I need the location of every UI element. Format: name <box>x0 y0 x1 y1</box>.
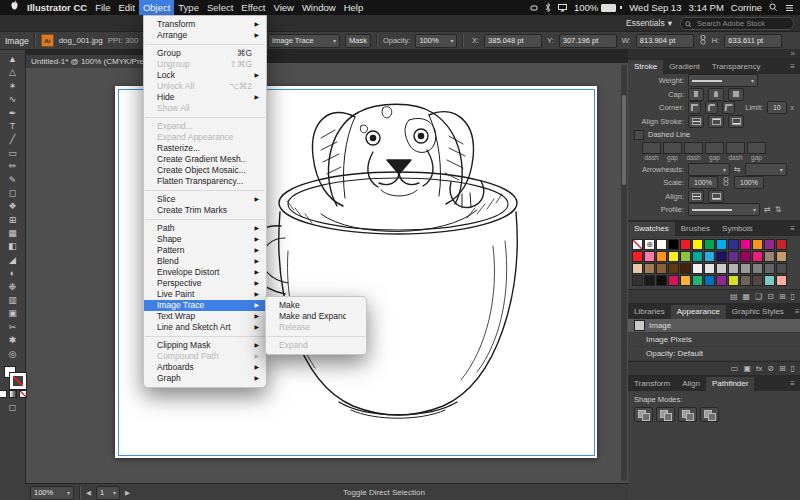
next-artboard-button[interactable]: ▶ <box>125 489 130 497</box>
object-menu-item[interactable]: Text Wrap ▶ <box>144 311 266 322</box>
color-mode-button[interactable] <box>0 390 7 398</box>
object-menu-item[interactable]: Image Trace ▶ <box>144 300 266 311</box>
object-menu-item[interactable]: Path ▶ <box>144 223 266 234</box>
align-arrowhead-end-button[interactable] <box>708 190 724 203</box>
object-menu-item[interactable]: Unlock All ⌥⌘2 ▶ <box>144 81 266 92</box>
minus-front-button[interactable] <box>656 407 675 422</box>
symbol-sprayer-tool[interactable]: ❉ <box>3 281 22 294</box>
swatch[interactable] <box>668 239 679 250</box>
object-menu-item[interactable]: Blend ▶ <box>144 256 266 267</box>
swatch[interactable] <box>740 263 751 274</box>
column-graph-tool[interactable]: ▥ <box>3 294 22 307</box>
swatch[interactable] <box>704 275 715 286</box>
swatch[interactable] <box>704 239 715 250</box>
panel-tab[interactable]: Transparency <box>706 60 767 74</box>
flip-along-icon[interactable]: ⇄ <box>764 205 771 214</box>
free-transform-tool[interactable]: ◻ <box>3 187 22 200</box>
align-stroke-center-button[interactable] <box>688 115 704 128</box>
object-menu-item[interactable]: Arrange ▶ <box>144 30 266 41</box>
paintbrush-tool[interactable]: ✏ <box>3 160 22 173</box>
menubar-item[interactable]: Window <box>298 0 340 15</box>
stroke-weight-dropdown[interactable]: ▾ <box>688 74 758 87</box>
object-menu-item[interactable]: Lock ▶ <box>144 70 266 81</box>
opacity-dropdown[interactable]: 100% ▾ <box>415 34 457 48</box>
swatch[interactable] <box>656 239 667 250</box>
swatch[interactable] <box>752 275 763 286</box>
swatch[interactable] <box>680 239 691 250</box>
menubar-item[interactable]: View <box>269 0 297 15</box>
arrowhead-start-dropdown[interactable]: ▾ <box>688 163 730 176</box>
duplicate-item-icon[interactable]: ⊞ <box>779 364 786 373</box>
object-menu-item[interactable]: Transform ▶ <box>144 19 266 30</box>
swatch[interactable] <box>728 239 739 250</box>
swatch[interactable] <box>680 263 691 274</box>
panel-tab[interactable]: Gradient <box>663 60 706 74</box>
unite-button[interactable] <box>634 407 653 422</box>
swatch[interactable] <box>752 251 763 262</box>
swatch[interactable] <box>644 251 655 262</box>
swatch[interactable] <box>776 239 787 250</box>
cap-butt-button[interactable] <box>688 88 704 101</box>
arrowhead-end-dropdown[interactable]: ▾ <box>745 163 787 176</box>
image-trace-dropdown[interactable]: Image Trace ▾ <box>268 34 340 48</box>
line-segment-tool[interactable]: ╱ <box>3 133 22 146</box>
swatch[interactable] <box>632 263 643 274</box>
object-menu-item[interactable]: ▶ <box>145 117 265 118</box>
object-menu-item[interactable]: Create Object Mosaic... ▶ <box>144 165 266 176</box>
object-menu-item[interactable]: Flatten Transparency... ▶ <box>144 176 266 187</box>
dash-field[interactable] <box>642 142 661 154</box>
gradient-tool[interactable]: ◧ <box>3 240 22 253</box>
object-menu-item[interactable]: Create Gradient Mesh... ▶ <box>144 154 266 165</box>
menubar-date[interactable]: Wed Sep 13 <box>629 2 681 13</box>
object-menu-item[interactable]: Clipping Mask ▶ <box>144 340 266 351</box>
menubar-item[interactable]: File <box>91 0 114 15</box>
object-menu-item[interactable]: Expand... ▶ <box>144 121 266 132</box>
swatch[interactable] <box>716 239 727 250</box>
swatch[interactable] <box>740 275 751 286</box>
x-field[interactable]: 385.048 pt <box>484 34 542 48</box>
panel-tab[interactable]: Swatches <box>628 222 675 236</box>
panel-menu-icon[interactable]: ≡ <box>785 377 800 391</box>
rectangle-tool[interactable]: ▭ <box>3 147 22 160</box>
miter-limit-field[interactable]: 10 <box>767 101 786 114</box>
eyedropper-tool[interactable]: ◢ <box>3 254 22 267</box>
dash-field[interactable] <box>726 142 745 154</box>
keyboard-brightness-icon[interactable] <box>530 4 538 12</box>
show-swatch-kinds-icon[interactable]: ▦ <box>742 292 750 301</box>
cap-round-button[interactable] <box>708 88 724 101</box>
mask-button[interactable]: Mask <box>345 34 371 48</box>
swatch[interactable] <box>764 275 775 286</box>
object-menu-item[interactable]: Group ⌘G ▶ <box>144 48 266 59</box>
swatch[interactable] <box>728 251 739 262</box>
slice-tool[interactable]: ✂ <box>3 321 22 334</box>
arrowhead-scale-end-field[interactable]: 100% <box>734 176 764 189</box>
swatch[interactable] <box>692 263 703 274</box>
menubar-item[interactable]: Edit <box>115 0 139 15</box>
submenu-item[interactable]: Make ▶ <box>266 300 366 311</box>
stock-search-box[interactable] <box>680 17 794 30</box>
swatch[interactable] <box>668 275 679 286</box>
delete-item-icon[interactable]: ▯ <box>791 364 795 373</box>
previous-artboard-button[interactable]: ◀ <box>86 489 91 497</box>
align-stroke-outside-button[interactable] <box>728 115 744 128</box>
dash-field[interactable] <box>684 142 703 154</box>
object-menu-item[interactable]: Rasterize... ▶ <box>144 143 266 154</box>
swatch[interactable] <box>632 239 643 250</box>
swatch[interactable] <box>668 263 679 274</box>
type-tool[interactable]: T <box>3 120 22 133</box>
swatch[interactable] <box>764 239 775 250</box>
appearance-row[interactable]: Image Pixels <box>628 333 800 347</box>
zoom-tool[interactable]: ◎ <box>3 348 22 361</box>
object-menu-item[interactable]: ▶ <box>145 190 265 191</box>
direct-selection-tool[interactable]: △ <box>3 66 22 79</box>
gap-field[interactable] <box>747 142 766 154</box>
submenu-item[interactable]: ▶ <box>267 336 365 337</box>
swatch[interactable] <box>668 251 679 262</box>
object-menu-item[interactable]: Envelope Distort ▶ <box>144 267 266 278</box>
battery-indicator[interactable]: 100% <box>574 2 622 13</box>
swatch[interactable] <box>704 263 715 274</box>
dashed-line-checkbox[interactable] <box>634 130 644 140</box>
magic-wand-tool[interactable]: ✶ <box>3 80 22 93</box>
submenu-item[interactable]: Expand ▶ <box>266 340 366 351</box>
airplay-icon[interactable] <box>558 4 567 12</box>
